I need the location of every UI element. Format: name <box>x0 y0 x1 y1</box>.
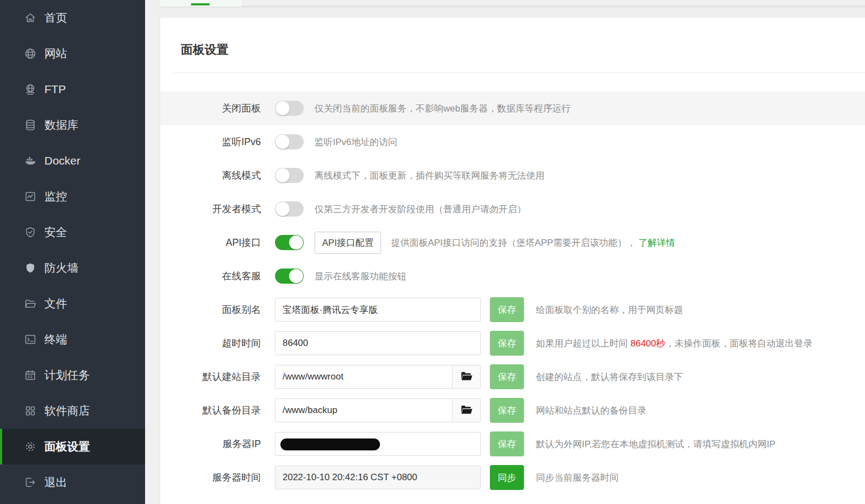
tabbar-shadow <box>160 5 865 8</box>
sidebar-item-logout[interactable]: 退出 <box>0 464 145 500</box>
folder-picker-button[interactable] <box>452 399 480 422</box>
toggle-knob <box>276 101 290 115</box>
sidebar-item-label: 软件商店 <box>44 403 90 418</box>
save-button[interactable]: 保存 <box>490 431 524 456</box>
backup-dir-input-wrap <box>275 398 481 422</box>
folder-icon <box>24 297 37 310</box>
sidebar-item-home[interactable]: 首页 <box>0 0 145 36</box>
setting-desc: 如果用户超过以上时间 86400秒，未操作面板，面板将自动退出登录 <box>536 337 812 350</box>
sidebar-item-files[interactable]: 文件 <box>0 286 145 322</box>
toggle-knob <box>289 235 303 250</box>
sidebar-item-label: 面板设置 <box>44 439 90 454</box>
settings-form: 关闭面板 仅关闭当前的面板服务，不影响web服务器，数据库等程序运行 监听IPv… <box>160 91 865 494</box>
api-config-button[interactable]: API接口配置 <box>314 232 381 254</box>
sidebar-item-label: 计划任务 <box>44 368 90 383</box>
offline-mode-toggle[interactable] <box>275 168 304 183</box>
firewall-icon <box>24 261 37 274</box>
setting-label: 在线客服 <box>160 270 261 283</box>
timeout-input[interactable] <box>276 332 480 355</box>
sidebar-item-label: 安全 <box>44 225 67 240</box>
backup-dir-input[interactable] <box>276 399 452 422</box>
server-ip-input-wrap <box>275 432 481 456</box>
folder-icon <box>461 404 473 416</box>
sidebar-item-database[interactable]: 数据库 <box>0 107 145 143</box>
sidebar-item-label: 网站 <box>44 46 67 61</box>
setting-label: 服务器IP <box>160 437 261 450</box>
save-button[interactable]: 保存 <box>490 398 524 423</box>
sidebar-item-terminal[interactable]: 终端 <box>0 322 145 357</box>
page-title: 面板设置 <box>181 42 865 58</box>
panel-settings-card: 面板设置 关闭面板 仅关闭当前的面板服务，不影响web服务器，数据库等程序运行 … <box>160 18 865 504</box>
sidebar-item-firewall[interactable]: 防火墙 <box>0 250 145 286</box>
logout-icon <box>24 476 37 489</box>
sidebar-item-label: 文件 <box>44 296 67 311</box>
docker-icon <box>24 154 37 167</box>
timeout-input-wrap <box>275 331 481 355</box>
sidebar-item-label: Docker <box>44 154 81 167</box>
setting-label: 开发者模式 <box>160 202 261 215</box>
sidebar-item-panel-settings[interactable]: 面板设置 <box>0 429 145 464</box>
setting-label: 监听IPv6 <box>160 135 261 148</box>
toggle-knob <box>276 202 290 216</box>
sidebar-item-ftp[interactable]: FTP <box>0 71 145 107</box>
main-content: 面板设置 关闭面板 仅关闭当前的面板服务，不影响web服务器，数据库等程序运行 … <box>145 0 865 504</box>
sidebar-item-label: 防火墙 <box>44 260 78 276</box>
setting-row-offline-mode: 离线模式 离线模式下，面板更新，插件购买等联网服务将无法使用 <box>160 159 865 192</box>
tab-panel-settings[interactable] <box>160 0 241 6</box>
setting-label: 关闭面板 <box>160 102 261 115</box>
setting-label: 默认备份目录 <box>160 404 261 417</box>
setting-desc: 网站和站点默认的备份目录 <box>536 404 646 417</box>
redacted-ip <box>280 438 380 450</box>
api-toggle[interactable] <box>275 235 304 250</box>
folder-icon <box>461 371 473 383</box>
save-button[interactable]: 保存 <box>490 331 524 356</box>
online-service-toggle[interactable] <box>275 269 304 284</box>
server-time-input[interactable] <box>276 466 480 489</box>
home-icon <box>24 11 37 24</box>
setting-row-panel-alias: 面板别名 保存 给面板取个别的名称，用于网页标题 <box>160 293 865 326</box>
setting-row-close-panel: 关闭面板 仅关闭当前的面板服务，不影响web服务器，数据库等程序运行 <box>160 91 865 125</box>
timeout-desc-before: 如果用户超过以上时间 <box>536 338 631 349</box>
close-panel-toggle[interactable] <box>275 101 304 116</box>
shield-check-icon <box>24 226 37 239</box>
sync-button[interactable]: 同步 <box>490 465 524 490</box>
setting-label: 面板别名 <box>160 303 261 316</box>
sidebar-item-website[interactable]: 网站 <box>0 36 145 71</box>
api-desc-text: 提供面板API接口访问的支持（堡塔APP需要开启该功能）， <box>391 238 638 248</box>
ftp-icon <box>24 83 37 96</box>
setting-label: 默认建站目录 <box>160 370 261 383</box>
sidebar-item-appstore[interactable]: 软件商店 <box>0 393 145 429</box>
setting-desc: 提供面板API接口访问的支持（堡塔APP需要开启该功能）， 了解详情 <box>391 237 675 249</box>
sidebar-item-monitor[interactable]: 监控 <box>0 179 145 214</box>
site-dir-input-wrap <box>275 365 481 389</box>
setting-desc: 创建的站点，默认将保存到该目录下 <box>536 371 683 383</box>
toggle-knob <box>289 269 303 283</box>
sidebar-item-security[interactable]: 安全 <box>0 214 145 250</box>
monitor-icon <box>24 190 37 203</box>
learn-more-link[interactable]: 了解详情 <box>639 238 676 248</box>
sidebar-item-label: 数据库 <box>44 117 78 133</box>
sidebar-item-label: 退出 <box>44 475 67 490</box>
sidebar-item-label: FTP <box>44 83 66 96</box>
calendar-icon <box>24 369 37 382</box>
setting-desc: 监听IPv6地址的访问 <box>314 136 397 148</box>
site-dir-input[interactable] <box>276 365 452 388</box>
folder-picker-button[interactable] <box>452 365 480 388</box>
setting-row-developer-mode: 开发者模式 仅第三方开发者开发阶段使用（普通用户请勿开启） <box>160 192 865 226</box>
setting-row-online-service: 在线客服 显示在线客服功能按钮 <box>160 259 865 293</box>
ipv6-toggle[interactable] <box>275 134 304 149</box>
save-button[interactable]: 保存 <box>490 364 524 389</box>
database-icon <box>24 119 37 132</box>
setting-label: 离线模式 <box>160 169 261 182</box>
app-window: 首页 网站 FTP 数据库 Docker <box>0 0 865 504</box>
sidebar-item-cron[interactable]: 计划任务 <box>0 357 145 393</box>
setting-row-timeout: 超时时间 保存 如果用户超过以上时间 86400秒，未操作面板，面板将自动退出登… <box>160 326 865 360</box>
developer-mode-toggle[interactable] <box>275 201 304 217</box>
panel-alias-input[interactable] <box>276 298 480 321</box>
setting-desc: 离线模式下，面板更新，插件购买等联网服务将无法使用 <box>314 169 545 182</box>
grid-icon <box>24 404 37 417</box>
setting-desc: 显示在线客服功能按钮 <box>314 270 407 283</box>
save-button[interactable]: 保存 <box>490 297 524 322</box>
timeout-desc-after: ，未操作面板，面板将自动退出登录 <box>665 338 812 349</box>
sidebar-item-docker[interactable]: Docker <box>0 143 145 179</box>
